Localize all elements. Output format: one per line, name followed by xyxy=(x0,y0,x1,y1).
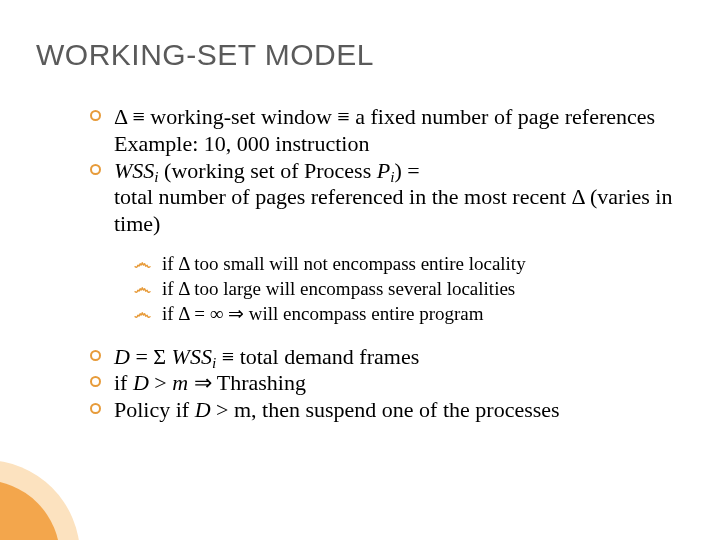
bullet-item-2: WSSi (working set of Process Pi) = total… xyxy=(90,158,680,238)
sub-text: if Δ too large will encompass several lo… xyxy=(162,277,515,300)
bullet-text: if D > m ⇒ Thrashing xyxy=(114,370,680,397)
page-title: WORKING-SET MODEL xyxy=(36,38,374,72)
donut-bullet-icon xyxy=(90,104,114,121)
sub-list: ෴ if Δ too small will not encompass enti… xyxy=(134,252,680,326)
bullet-text: WSSi (working set of Process Pi) = total… xyxy=(114,158,680,238)
donut-bullet-icon xyxy=(90,397,114,414)
text-line: total number of pages referenced in the … xyxy=(114,184,672,236)
var: D xyxy=(114,344,130,369)
lower-block: D = Σ WSSi ≡ total demand frames if D > … xyxy=(90,344,680,424)
text-frag: ) = xyxy=(394,158,419,183)
subscript: i xyxy=(154,168,158,185)
text-frag: = Σ xyxy=(130,344,172,369)
var: D xyxy=(133,370,149,395)
bullet-item-1: Δ ≡ working-set window ≡ a fixed number … xyxy=(90,104,680,158)
bullet-item-4: if D > m ⇒ Thrashing xyxy=(90,370,680,397)
donut-bullet-icon xyxy=(90,158,114,175)
bullet-text: Policy if D > m, then suspend one of the… xyxy=(114,397,680,424)
sub-item-2: ෴ if Δ too large will encompass several … xyxy=(134,277,680,300)
sub-text: if Δ too small will not encompass entire… xyxy=(162,252,526,275)
text-line: Example: 10, 000 instruction xyxy=(114,131,369,156)
text-frag: if xyxy=(114,370,133,395)
text-frag: ⇒ Thrashing xyxy=(188,370,306,395)
var: P xyxy=(377,158,390,183)
bullet-text: Δ ≡ working-set window ≡ a fixed number … xyxy=(114,104,680,158)
var: WSS xyxy=(172,344,212,369)
subscript: i xyxy=(390,168,394,185)
text-frag: ≡ total demand frames xyxy=(216,344,419,369)
bullet-text: D = Σ WSSi ≡ total demand frames xyxy=(114,344,680,371)
var: D xyxy=(195,397,211,422)
sub-text: if Δ = ∞ ⇒ will encompass entire program xyxy=(162,302,484,325)
bullet-item-3: D = Σ WSSi ≡ total demand frames xyxy=(90,344,680,371)
swirl-bullet-icon: ෴ xyxy=(134,302,162,325)
donut-bullet-icon xyxy=(90,344,114,361)
var: m xyxy=(172,370,188,395)
swirl-bullet-icon: ෴ xyxy=(134,277,162,300)
bullet-item-5: Policy if D > m, then suspend one of the… xyxy=(90,397,680,424)
text-frag: > m, then suspend one of the processes xyxy=(211,397,560,422)
text-line: Δ ≡ working-set window ≡ a fixed number … xyxy=(114,104,655,129)
sub-item-3: ෴ if Δ = ∞ ⇒ will encompass entire progr… xyxy=(134,302,680,325)
text-frag: (working set of Process xyxy=(159,158,377,183)
var: WSS xyxy=(114,158,154,183)
sub-item-1: ෴ if Δ too small will not encompass enti… xyxy=(134,252,680,275)
text-frag: > xyxy=(149,370,172,395)
slide: WORKING-SET MODEL Δ ≡ working-set window… xyxy=(0,0,720,540)
subscript: i xyxy=(212,354,216,371)
content-area: Δ ≡ working-set window ≡ a fixed number … xyxy=(90,104,680,424)
donut-bullet-icon xyxy=(90,370,114,387)
swirl-bullet-icon: ෴ xyxy=(134,252,162,275)
text-frag: Policy if xyxy=(114,397,195,422)
